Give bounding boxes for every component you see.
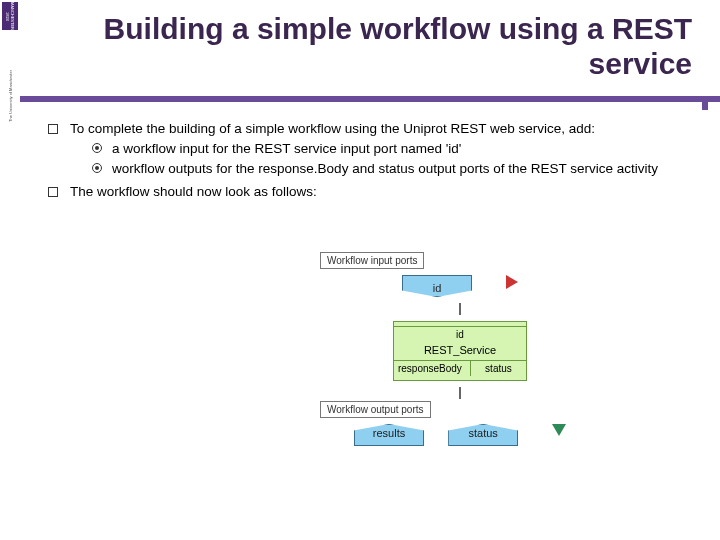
page-title: Building a simple workflow using a REST … — [100, 12, 692, 81]
bullet-1: To complete the building of a simple wor… — [48, 120, 696, 179]
service-output-status: status — [470, 361, 526, 376]
left-sidebar: MANCHESTER 1824 The University of Manche… — [0, 0, 20, 540]
logo-subtitle: The University of Manchester — [8, 32, 13, 122]
header-tick — [702, 100, 708, 110]
header-rule — [20, 96, 720, 102]
input-ports-label: Workflow input ports — [320, 252, 424, 269]
connector — [459, 303, 461, 315]
service-input-id: id — [394, 327, 526, 342]
slide-body: To complete the building of a simple wor… — [48, 120, 696, 205]
rest-service-box: id REST_Service responseBody status — [393, 321, 527, 381]
logo-mark: MANCHESTER 1824 — [2, 2, 18, 30]
output-ports-label: Workflow output ports — [320, 401, 431, 418]
subbullet-2: workflow outputs for the response.Body a… — [92, 160, 696, 178]
expand-right-icon — [506, 275, 518, 289]
bullet-2: The workflow should now look as follows: — [48, 183, 696, 201]
service-output-responsebody: responseBody — [394, 361, 466, 376]
workflow-diagram: Workflow input ports id id REST_Service … — [320, 250, 600, 452]
slide-header: Building a simple workflow using a REST … — [20, 0, 720, 87]
service-name: REST_Service — [394, 344, 526, 358]
output-port-status: status — [448, 424, 518, 446]
expand-down-icon — [552, 424, 566, 436]
connector — [459, 387, 461, 399]
subbullet-1: a workflow input for the REST service in… — [92, 140, 696, 158]
university-logo: MANCHESTER 1824 The University of Manche… — [0, 2, 20, 132]
output-port-results: results — [354, 424, 424, 446]
bullet-1-text: To complete the building of a simple wor… — [70, 121, 595, 136]
input-port-id: id — [402, 275, 472, 297]
